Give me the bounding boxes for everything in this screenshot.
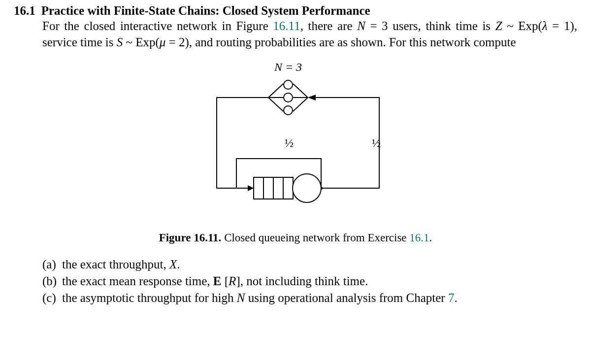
var-R: R (229, 274, 236, 288)
text: Closed queueing network from Exercise (221, 232, 409, 244)
text: the exact throughput, (62, 258, 169, 271)
text: , there are (300, 19, 357, 33)
list-body: the exact mean response time, E [R], not… (62, 273, 577, 289)
text: For the closed interactive network in Fi… (42, 19, 273, 33)
text: using operational analysis from Chapter (245, 291, 448, 304)
arrowhead-icon (248, 185, 254, 191)
svg-point-1 (284, 93, 293, 102)
figure: N = 3 (14, 60, 577, 244)
question-list: (a) the exact throughput, X. (b) the exa… (42, 256, 577, 306)
section-heading: 16.1 Practice with Finite-State Chains: … (14, 4, 577, 18)
section-number: 16.1 (14, 4, 35, 18)
arrowhead-icon (308, 95, 316, 100)
operator-E: E (213, 274, 222, 288)
section-title: Practice with Finite-State Chains: Close… (41, 4, 370, 18)
text: . (454, 291, 457, 304)
page: 16.1 Practice with Finite-State Chains: … (0, 0, 591, 306)
svg-point-2 (284, 106, 293, 115)
loop-right (316, 98, 379, 188)
text: = 3 users, think time is (365, 19, 495, 33)
text: the exact mean response time, (62, 274, 213, 288)
list-marker: (c) (42, 290, 62, 306)
terminals-icon (268, 80, 308, 115)
var-N: N (357, 19, 365, 33)
list-item: (c) the asymptotic throughput for high N… (42, 290, 577, 306)
svg-point-0 (284, 80, 293, 89)
text: ], not including think time. (236, 274, 368, 288)
list-body: the exact throughput, X. (62, 256, 577, 272)
var-lambda: λ (542, 19, 548, 33)
var-N: N (237, 291, 245, 304)
text: ~ Exp( (502, 19, 542, 33)
svg-line-8 (293, 98, 308, 111)
figure-caption: Figure 16.11. Closed queueing network fr… (14, 232, 577, 244)
list-marker: (b) (42, 273, 62, 289)
svg-line-5 (268, 98, 283, 111)
var-X: X (169, 258, 177, 271)
list-marker: (a) (42, 256, 62, 272)
text: = 2), and routing probabilities are as s… (165, 35, 516, 49)
svg-line-6 (293, 84, 308, 98)
chapter-reference-link[interactable]: 7 (448, 291, 455, 304)
var-Z: Z (495, 19, 502, 33)
var-S: S (117, 35, 123, 49)
intro-paragraph: For the closed interactive network in Fi… (42, 18, 577, 50)
text: . (177, 258, 180, 271)
svg-line-3 (268, 84, 283, 98)
list-item: (b) the exact mean response time, E [R],… (42, 273, 577, 289)
text: the asymptotic throughput for high (62, 291, 237, 304)
prob-return-label: ½ (372, 136, 381, 149)
figure-reference-link[interactable]: 16.11 (273, 19, 300, 33)
list-body: the asymptotic throughput for high N usi… (62, 290, 577, 306)
exercise-reference-link[interactable]: 16.1 (409, 232, 429, 244)
queue-icon (254, 177, 293, 199)
server-icon (293, 174, 321, 202)
text: ~ Exp( (123, 35, 160, 49)
text: . (429, 232, 432, 244)
figure-caption-label: Figure 16.11. (159, 232, 222, 244)
terminal-count-label: N = 3 (274, 61, 302, 73)
diagram-svg: N = 3 (158, 60, 433, 221)
list-item: (a) the exact throughput, X. (42, 256, 577, 272)
loop-left (217, 98, 268, 188)
text: [ (222, 274, 229, 288)
var-mu: μ (160, 35, 166, 49)
prob-feedback-label: ½ (285, 136, 294, 149)
